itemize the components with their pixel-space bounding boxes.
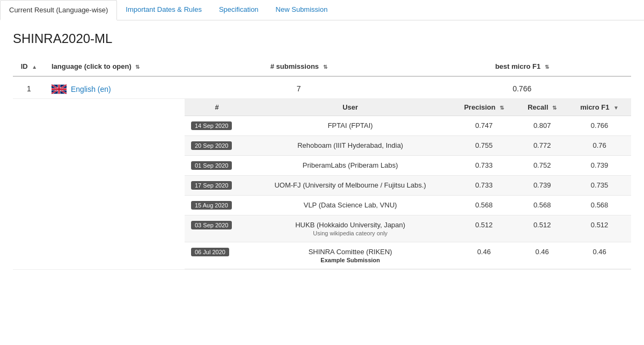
date-badge: 17 Sep 2020 (191, 181, 232, 190)
main-row-best-f1: 0.766 (413, 76, 631, 99)
recall-cell: 0.772 (516, 136, 568, 156)
user-name: FPTAI (FPTAI) (328, 121, 373, 130)
micro-f1-cell: 0.766 (568, 116, 631, 136)
tabs-bar: Current Result (Language-wise) Important… (0, 0, 644, 20)
date-cell: 15 Aug 2020 (185, 196, 249, 215)
inner-col-num: # (185, 99, 249, 116)
recall-cell: 0.46 (516, 242, 568, 269)
date-cell: 20 Sep 2020 (185, 136, 249, 156)
main-row-id: 1 (13, 76, 45, 99)
user-cell: UOM-FJ (University of Melbourne / Fujits… (249, 176, 451, 196)
col-language-sort-icon: ⇅ (135, 64, 140, 70)
language-label[interactable]: English (en) (71, 85, 111, 94)
inner-table-row-1: 20 Sep 2020Rehoboam (IIIT Hyderabad, Ind… (185, 136, 631, 156)
col-submissions-label: # submissions (270, 62, 319, 70)
sub-label-bold: Example Submission (255, 257, 445, 263)
id-value: 1 (27, 84, 31, 93)
inner-col-micro-f1[interactable]: micro F1 ▼ (568, 99, 631, 116)
page-title: SHINRA2020-ML (13, 31, 631, 46)
date-badge: 06 Jul 2020 (191, 248, 229, 256)
tab-new-submission[interactable]: New Submission (267, 0, 336, 20)
date-cell: 03 Sep 2020 (185, 215, 249, 242)
inner-col-user: User (249, 99, 451, 116)
date-badge: 15 Aug 2020 (191, 201, 232, 210)
user-name: VLP (Data Science Lab, VNU) (304, 201, 397, 209)
recall-cell: 0.512 (516, 215, 568, 242)
user-cell: Rehoboam (IIIT Hyderabad, India) (249, 136, 451, 156)
user-name: SHINRA Comittee (RIKEN) (309, 248, 392, 256)
inner-col-precision[interactable]: Precision ⇅ (451, 99, 516, 116)
inner-table-row: # User Precision ⇅ Recall ⇅ (13, 99, 631, 270)
inner-table-row-5: 03 Sep 2020HUKB (Hokkaido University, Ja… (185, 215, 631, 242)
main-row-language: English (en) (45, 76, 185, 99)
micro-f1-cell: 0.739 (568, 156, 631, 176)
inner-table-row-0: 14 Sep 2020FPTAI (FPTAI)0.7470.8070.766 (185, 116, 631, 136)
inner-table-row-2: 01 Sep 2020PriberamLabs (Priberam Labs)0… (185, 156, 631, 176)
col-submissions-sort-icon: ⇅ (323, 64, 327, 70)
user-cell: PriberamLabs (Priberam Labs) (249, 156, 451, 176)
col-best-f1-sort-icon: ⇅ (545, 64, 549, 70)
micro-f1-cell: 0.46 (568, 242, 631, 269)
col-submissions[interactable]: # submissions ⇅ (185, 57, 413, 76)
main-row: 1 English (en) 7 (13, 76, 631, 99)
date-cell: 06 Jul 2020 (185, 242, 249, 269)
recall-cell: 0.752 (516, 156, 568, 176)
user-cell: HUKB (Hokkaido University, Japan)Using w… (249, 215, 451, 242)
user-name: Rehoboam (IIIT Hyderabad, India) (297, 141, 403, 149)
recall-cell: 0.807 (516, 116, 568, 136)
sub-label: Using wikipedia cateory only (255, 230, 445, 236)
micro-f1-sort-icon: ▼ (613, 105, 619, 111)
submissions-value: 7 (297, 84, 301, 93)
col-id-sort-icon: ▲ (32, 64, 37, 70)
precision-cell: 0.733 (451, 176, 516, 196)
date-cell: 01 Sep 2020 (185, 156, 249, 176)
tab-important-dates[interactable]: Important Dates & Rules (117, 0, 210, 20)
inner-table-row-4: 15 Aug 2020VLP (Data Science Lab, VNU)0.… (185, 196, 631, 215)
col-id-label: ID (21, 62, 28, 70)
user-cell: FPTAI (FPTAI) (249, 116, 451, 136)
tab-specification[interactable]: Specification (210, 0, 267, 20)
user-cell: VLP (Data Science Lab, VNU) (249, 196, 451, 215)
user-cell: SHINRA Comittee (RIKEN)Example Submissio… (249, 242, 451, 269)
col-best-f1-label: best micro F1 (495, 62, 541, 70)
micro-f1-cell: 0.512 (568, 215, 631, 242)
precision-cell: 0.46 (451, 242, 516, 269)
inner-col-recall[interactable]: Recall ⇅ (516, 99, 568, 116)
user-name: PriberamLabs (Priberam Labs) (303, 161, 398, 169)
precision-cell: 0.747 (451, 116, 516, 136)
micro-f1-cell: 0.76 (568, 136, 631, 156)
precision-cell: 0.755 (451, 136, 516, 156)
precision-sort-icon: ⇅ (500, 105, 504, 111)
col-id[interactable]: ID ▲ (13, 57, 45, 76)
recall-cell: 0.739 (516, 176, 568, 196)
recall-sort-icon: ⇅ (552, 105, 557, 111)
date-cell: 17 Sep 2020 (185, 176, 249, 196)
tab-current-result[interactable]: Current Result (Language-wise) (0, 0, 117, 20)
col-language-label: language (click to open) (52, 62, 131, 70)
date-badge: 01 Sep 2020 (191, 161, 232, 170)
recall-cell: 0.568 (516, 196, 568, 215)
date-badge: 03 Sep 2020 (191, 221, 232, 229)
col-best-f1[interactable]: best micro F1 ⇅ (413, 57, 631, 76)
col-language[interactable]: language (click to open) ⇅ (45, 57, 185, 76)
micro-f1-cell: 0.735 (568, 176, 631, 196)
uk-flag-icon (52, 84, 67, 94)
inner-table-row-6: 06 Jul 2020SHINRA Comittee (RIKEN)Exampl… (185, 242, 631, 269)
micro-f1-cell: 0.568 (568, 196, 631, 215)
precision-cell: 0.568 (451, 196, 516, 215)
main-row-submissions: 7 (185, 76, 413, 99)
date-badge: 20 Sep 2020 (191, 141, 232, 150)
best-f1-value: 0.766 (513, 84, 531, 93)
date-cell: 14 Sep 2020 (185, 116, 249, 136)
precision-cell: 0.512 (451, 215, 516, 242)
user-name: UOM-FJ (University of Melbourne / Fujits… (274, 181, 426, 189)
user-name: HUKB (Hokkaido University, Japan) (295, 221, 405, 229)
precision-cell: 0.733 (451, 156, 516, 176)
date-badge: 14 Sep 2020 (191, 121, 232, 130)
inner-table-row-3: 17 Sep 2020UOM-FJ (University of Melbour… (185, 176, 631, 196)
